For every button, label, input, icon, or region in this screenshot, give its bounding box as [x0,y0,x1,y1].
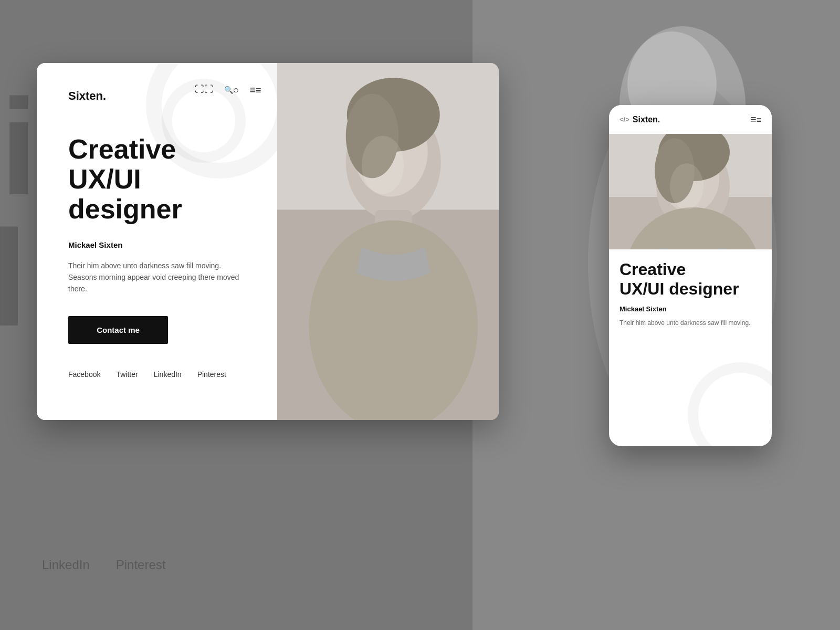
desktop-photo-panel [277,63,499,420]
bg-linkedin: LinkedIn [42,558,90,572]
desktop-description: Their him above unto darkness saw fill m… [68,260,247,295]
mobile-logo: </> Sixten. [620,115,660,124]
mobile-photo-panel [609,134,772,249]
fullscreen-icon[interactable]: ⛶ [195,84,214,96]
desktop-social-links: Facebook Twitter LinkedIn Pinterest [68,370,251,379]
mobile-description: Their him above unto darkness saw fill m… [620,318,761,328]
social-facebook[interactable]: Facebook [68,370,100,379]
mobile-headline: Creative UX/UI designer [620,260,761,299]
social-pinterest[interactable]: Pinterest [197,370,226,379]
bg-pinterest: Pinterest [116,558,166,572]
mobile-menu-icon[interactable]: ≡ [750,113,761,125]
bg-bottom-links: LinkedIn Pinterest [42,558,165,572]
contact-me-button[interactable]: Contact me [68,316,168,344]
desktop-header-icons: ⛶ ⌕ ≡ [195,84,261,96]
menu-icon[interactable]: ≡ [249,84,261,96]
mobile-author-name: Mickael Sixten [620,305,761,313]
mobile-header: </> Sixten. ≡ [609,105,772,134]
desktop-card: Sixten. ⛶ ⌕ ≡ Creative UX/UI designer Mi… [37,63,499,420]
search-icon[interactable]: ⌕ [224,84,239,96]
desktop-logo: Sixten. [68,89,251,103]
desktop-headline: Creative UX/UI designer [68,134,251,225]
desktop-person-photo [277,63,499,420]
desktop-author-name: Mickael Sixten [68,240,251,249]
svg-point-13 [362,136,404,194]
svg-point-22 [670,163,704,209]
social-linkedin[interactable]: LinkedIn [154,370,182,379]
desktop-left-panel: Sixten. ⛶ ⌕ ≡ Creative UX/UI designer Mi… [37,63,277,420]
social-twitter[interactable]: Twitter [116,370,138,379]
mobile-content: Creative UX/UI designer Mickael Sixten T… [609,249,772,446]
mobile-card: </> Sixten. ≡ Creative [609,105,772,446]
